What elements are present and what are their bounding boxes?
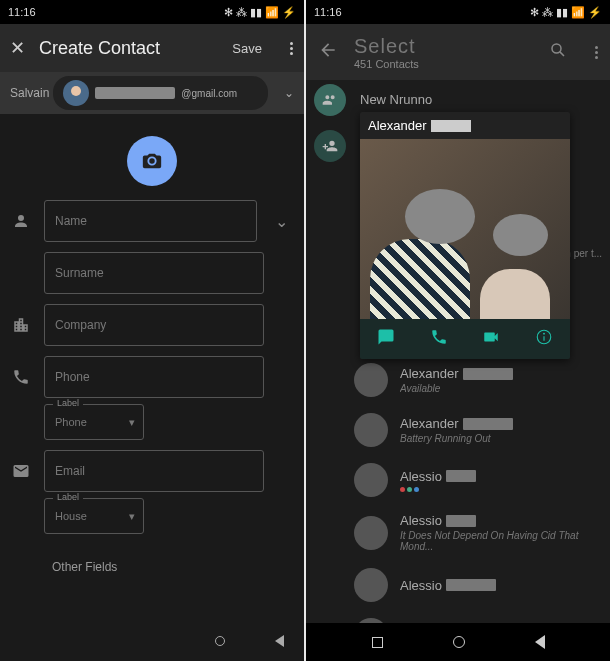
video-call-button[interactable] [482,328,500,350]
svg-line-2 [560,52,564,56]
back-button[interactable] [318,40,338,64]
nav-recents[interactable] [372,637,383,648]
info-button[interactable] [535,328,553,350]
phone-field[interactable]: Phone [44,356,264,398]
name-field[interactable]: Name [44,200,257,242]
nav-back[interactable] [535,635,545,649]
nav-home[interactable] [453,636,465,648]
overflow-menu[interactable] [595,46,598,59]
message-button[interactable] [377,328,395,350]
account-selector[interactable]: Salvain @gmail.com ⌄ [0,72,304,114]
company-field[interactable]: Company [44,304,264,346]
new-group-item[interactable]: New Nrunno [306,80,610,115]
photo-section [0,114,304,200]
phone-icon [10,368,32,386]
other-fields-link[interactable]: Other Fields [10,544,294,582]
expand-name-icon[interactable]: ⌄ [269,212,294,231]
contact-item[interactable]: Alex [306,610,610,623]
status-bar-left: 11:16 ✻ ⁂ ▮▮ 📶 ⚡ [0,0,304,24]
create-contact-header: ✕ Create Contact Save [0,24,304,72]
svg-point-5 [543,333,544,334]
nav-home[interactable] [215,636,225,646]
add-photo-button[interactable] [127,136,177,186]
account-prefix: Salvain [10,86,49,100]
svg-point-0 [156,156,158,158]
call-button[interactable] [430,328,448,350]
contact-item[interactable]: AlexanderAvailable [306,355,610,405]
close-icon[interactable]: ✕ [10,37,25,59]
contact-form: Name ⌄ Surname Company Phone Label Phone… [0,200,304,661]
new-contact-icon[interactable] [314,130,346,162]
contact-item[interactable]: Alessio [306,455,610,505]
avatar [354,618,388,623]
account-avatar [63,80,89,106]
contact-item[interactable]: Alessio [306,560,610,610]
chevron-down-icon[interactable]: ⌄ [284,86,294,100]
create-contact-screen: 11:16 ✻ ⁂ ▮▮ 📶 ⚡ ✕ Create Contact Save S… [0,0,304,661]
phone-label-select[interactable]: Label Phone ▾ [44,404,144,440]
contact-item[interactable]: AlexanderBattery Running Out [306,405,610,455]
camera-icon [141,150,163,172]
caret-down-icon: ▾ [129,510,135,523]
status-icons: ✻ ⁂ ▮▮ 📶 ⚡ [530,6,602,19]
person-icon [10,212,32,230]
account-email-redacted [95,87,175,99]
header-title: Create Contact [39,38,218,59]
contact-preview-popup: Alexander [360,112,570,359]
search-button[interactable] [549,41,567,63]
svg-point-1 [552,44,561,53]
avatar [354,568,388,602]
email-label-select[interactable]: Label House ▾ [44,498,144,534]
select-header: Select 451 Contacts [306,24,610,80]
nav-back[interactable] [275,635,284,647]
status-bar-right: 11:16 ✻ ⁂ ▮▮ 📶 ⚡ [306,0,610,24]
status-time: 11:16 [8,6,36,18]
avatar [354,413,388,447]
surname-field[interactable]: Surname [44,252,264,294]
avatar [354,463,388,497]
nav-bar-right [306,623,610,661]
header-subtitle: 451 Contacts [354,58,533,70]
header-title: Select [354,35,533,58]
email-field[interactable]: Email [44,450,264,492]
email-icon [10,462,32,480]
contact-list[interactable]: New Nrunno n per t... AlexanderAvailable… [306,80,610,623]
overflow-menu[interactable] [290,42,294,55]
company-icon [10,316,32,334]
popup-contact-name: Alexander [360,112,570,139]
contact-item[interactable]: AlessioIt Does Not Depend On Having Cid … [306,505,610,560]
side-partial-text: n per t... [565,248,602,259]
avatar [354,363,388,397]
status-icons: ✻ ⁂ ▮▮ 📶 ⚡ [224,6,296,19]
popup-contact-photo[interactable] [360,139,570,319]
account-email-suffix: @gmail.com [181,88,237,99]
status-time: 11:16 [314,6,342,18]
avatar [354,516,388,550]
nav-bar-left [215,625,284,657]
select-contact-screen: 11:16 ✻ ⁂ ▮▮ 📶 ⚡ Select 451 Contacts New… [306,0,610,661]
caret-down-icon: ▾ [129,416,135,429]
new-group-icon[interactable] [314,84,346,116]
save-button[interactable]: Save [232,41,262,56]
